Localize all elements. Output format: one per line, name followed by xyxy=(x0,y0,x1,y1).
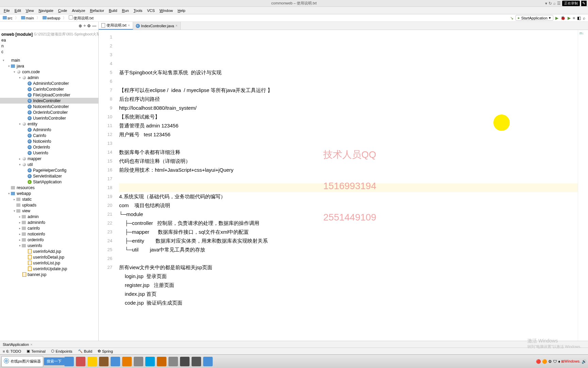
taskbar-app-icon[interactable] xyxy=(192,357,201,366)
code-line[interactable]: ├─entity 数据库对应实体类，用来和数据库表实现映射关系 xyxy=(119,236,578,245)
tree-item-pagehelperconfig[interactable]: CPageHelperConfig xyxy=(0,167,98,173)
tree-item[interactable]: ea xyxy=(0,37,98,43)
tree-item-admininfo[interactable]: CAdmininfo xyxy=(0,127,98,133)
tree-item-webapp[interactable]: ▾webapp xyxy=(0,190,98,196)
tree-item-noticeinfo[interactable]: CNoticeinfo xyxy=(0,138,98,144)
code-line[interactable]: 代码也有详细注释（详细说明） xyxy=(119,157,578,166)
taskbar-app-icon[interactable] xyxy=(111,357,120,366)
tray-icon[interactable]: 🛡 xyxy=(553,359,557,364)
hammer-icon[interactable]: ↘ xyxy=(510,16,513,20)
project-tree[interactable]: onweb [module] G:\2021定做项目库\301-Springbo… xyxy=(0,30,98,341)
code-line[interactable]: ├─controller 控制层，负责请求的处理，数据库的操作调用 xyxy=(119,219,578,228)
code-line[interactable] xyxy=(119,77,578,86)
code-line[interactable] xyxy=(119,139,578,148)
run-icon[interactable]: ▶ xyxy=(555,16,558,20)
tree-item-startapplication[interactable]: ▸StartApplication xyxy=(0,179,98,185)
taskbar-app-icon[interactable] xyxy=(168,357,178,366)
tree-item-orderinfocontroller[interactable]: COrderinfoController xyxy=(0,109,98,115)
tree-item-util[interactable]: ▾util xyxy=(0,162,98,167)
menu-tools[interactable]: Tools xyxy=(131,9,145,13)
tool-tab-endpoints[interactable]: ⬡Endpoints xyxy=(51,349,72,353)
tree-item-admininfocontroller[interactable]: CAdmininfoController xyxy=(0,80,98,86)
titlebar-icon[interactable]: ☰ xyxy=(557,1,561,6)
debug-icon[interactable]: 🐞 xyxy=(560,16,566,20)
target-icon[interactable]: ⊕ xyxy=(79,24,82,28)
titlebar-icon[interactable]: ⌕ xyxy=(553,1,556,6)
breadcrumb-segment[interactable]: 使用说明.txt xyxy=(69,15,94,21)
tool-tab-spring[interactable]: ✿Spring xyxy=(98,349,113,353)
tree-item-servletinitializer[interactable]: CServletInitializer xyxy=(0,173,98,179)
menu-run[interactable]: Run xyxy=(119,9,131,13)
code-editor[interactable]: 技术人员QQ 1516993194 2551449109 基于Spingboot… xyxy=(116,30,578,341)
breadcrumb[interactable]: src〉main〉webapp〉使用说明.txt xyxy=(3,15,94,21)
tree-item-comcode[interactable]: ▾com.code xyxy=(0,69,98,75)
code-line[interactable]: 4.系统实现（基础代码，业务功能代码的编写） xyxy=(119,192,578,201)
collapse-icon[interactable]: — xyxy=(92,24,96,28)
tree-item-mapper[interactable]: ▸mapper xyxy=(0,156,98,162)
taskbar-app-icon[interactable] xyxy=(145,357,155,366)
code-line[interactable]: 后台程序访问路径 xyxy=(119,95,578,104)
tree-item-userinfoaddjsp[interactable]: userinfoAdd.jsp xyxy=(0,248,98,254)
titlebar-icon[interactable]: ↻ xyxy=(549,1,552,6)
tree-item-admininfo[interactable]: ▸admininfo xyxy=(0,219,98,225)
taskbar-app-icon[interactable] xyxy=(64,357,74,366)
close-icon[interactable]: × xyxy=(30,342,32,347)
tree-item-userinfocontroller[interactable]: CUserinfoController xyxy=(0,115,98,121)
menu-refactor[interactable]: Refactor xyxy=(87,9,107,13)
code-line[interactable] xyxy=(119,254,578,263)
tree-item-resources[interactable]: resources xyxy=(0,185,98,190)
tree-item-view[interactable]: ▾view xyxy=(0,208,98,214)
code-line[interactable]: 用户账号 test 123456 xyxy=(119,130,578,139)
breadcrumb-segment[interactable]: webapp xyxy=(43,16,61,20)
taskbar-app-icon[interactable] xyxy=(203,357,213,366)
tree-item-carinfo[interactable]: CCarinfo xyxy=(0,133,98,138)
taskbar-app-icon[interactable] xyxy=(99,357,109,366)
code-line[interactable]: com 项目包结构说明 xyxy=(119,201,578,210)
code-line[interactable]: ├─mapper 数据库操作接口，sql文件在xml中的配置 xyxy=(119,228,578,236)
more-icon[interactable]: ◧ xyxy=(577,16,581,20)
taskbar-app-ie[interactable]: ⓔ 在线ps图片编辑器 xyxy=(1,356,43,367)
tray-icon[interactable]: 🔴 xyxy=(536,359,541,364)
menu-code[interactable]: Code xyxy=(56,9,69,13)
code-line[interactable]: 前段使用技术：html+JavaScript+css+layui+jQuery xyxy=(119,166,578,174)
tree-item-orderinfo[interactable]: COrderinfo xyxy=(0,144,98,150)
tree-item-userinfo[interactable]: CUserinfo xyxy=(0,150,98,156)
maven-indicator-icon[interactable]: m↓ xyxy=(578,30,588,36)
tree-item-admin[interactable]: ▾admin xyxy=(0,75,98,80)
code-line[interactable]: 【程序可以在eclipse / idea / myeclipse 等所有java… xyxy=(119,86,578,95)
taskbar-app-icon[interactable] xyxy=(87,357,97,366)
taskbar-app-icon[interactable] xyxy=(76,357,85,366)
tree-item-orderinfo[interactable]: ▸orderinfo xyxy=(0,237,98,243)
close-icon[interactable]: × xyxy=(128,24,130,27)
code-line[interactable]: 基于Spingboot火车站售票系统 的设计与实现 xyxy=(119,68,578,77)
tree-item-indexcontroller[interactable]: CIndexController xyxy=(0,98,98,104)
module-root[interactable]: onweb [module] G:\2021定做项目库\301-Springbo… xyxy=(0,31,98,37)
run-tab[interactable]: StartApplication xyxy=(3,342,29,347)
tree-item-noticeinfo[interactable]: ▸noticeinfo xyxy=(0,231,98,237)
taskbar-app-icon[interactable] xyxy=(122,357,132,366)
taskbar-app-icon[interactable] xyxy=(180,357,190,366)
menu-vcs[interactable]: VCS xyxy=(145,9,157,13)
taskbar-search[interactable]: 搜索一下 xyxy=(44,357,64,365)
tray-windows-icon[interactable]: ⊞Windows. xyxy=(561,359,581,364)
tree-item-userinfo[interactable]: ▾userinfo xyxy=(0,243,98,248)
tree-item-bannerjsp[interactable]: banner.jsp xyxy=(0,272,98,277)
menu-window[interactable]: Window xyxy=(157,9,175,13)
code-line[interactable]: index.jsp 首页 xyxy=(119,290,578,298)
code-line[interactable]: http://localhost:8080/train_system/ xyxy=(119,104,578,112)
tree-item-java[interactable]: ▾java xyxy=(0,63,98,69)
stop-icon[interactable]: ■ xyxy=(573,16,575,20)
tree-item[interactable]: c xyxy=(0,49,98,55)
tree-item-carinfocontroller[interactable]: CCarinfoController xyxy=(0,86,98,92)
tool-tab-build[interactable]: 🔨Build xyxy=(78,349,92,353)
split-icon[interactable]: ÷ xyxy=(83,24,86,28)
tool-tab-todo[interactable]: ≡6: TODO xyxy=(3,349,21,353)
tray-icon[interactable]: ⚙ xyxy=(548,359,552,364)
breadcrumb-segment[interactable]: src xyxy=(3,16,13,20)
tree-item-userinfolistjsp[interactable]: userinfoList.jsp xyxy=(0,260,98,266)
editor-tab[interactable]: CIndexController.java× xyxy=(133,22,181,30)
code-line[interactable]: code.jsp 验证码生成页面 xyxy=(119,298,578,307)
tree-item[interactable]: n xyxy=(0,43,98,49)
tray-icon[interactable]: ♦ xyxy=(558,359,560,364)
tree-item-fileuploadcontroller[interactable]: CFileUploadController xyxy=(0,92,98,98)
